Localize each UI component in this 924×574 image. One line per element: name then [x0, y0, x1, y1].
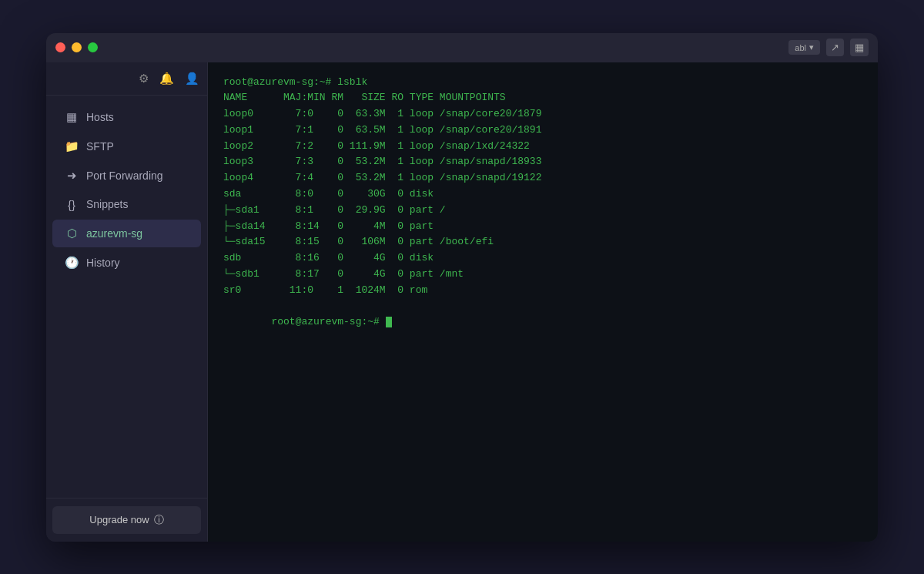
- sftp-icon: 📁: [65, 139, 79, 153]
- sidebar-item-port-forwarding[interactable]: ➜ Port Forwarding: [52, 162, 201, 190]
- gear-icon: ⚙: [139, 72, 149, 85]
- chevron-down-icon: ▾: [809, 42, 814, 52]
- upgrade-label: Upgrade now: [89, 514, 149, 525]
- main-content: ⚙ 🔔 👤 ▦ Hosts 📁 SFTP: [46, 62, 878, 542]
- person-icon: 👤: [185, 72, 199, 85]
- terminal-output-line: loop2 7:2 0 111.9M 1 loop /snap/lxd/2432…: [223, 139, 862, 155]
- sidebar-bottom: Upgrade now ⓘ: [46, 498, 207, 542]
- sidebar-top: ⚙ 🔔 👤: [46, 62, 207, 96]
- terminal-command: root@azurevm-sg:~# lsblk: [223, 75, 862, 91]
- terminal-output-line: loop1 7:1 0 63.5M 1 loop /snap/core20/18…: [223, 123, 862, 139]
- active-session-icon: ⬡: [65, 227, 79, 240]
- sidebar-item-port-forwarding-label: Port Forwarding: [86, 170, 163, 182]
- close-button[interactable]: [55, 42, 65, 52]
- session-label-button[interactable]: abl ▾: [788, 40, 820, 55]
- port-forwarding-icon: ➜: [65, 169, 79, 183]
- sidebar-item-azurevm-sg-label: azurevm-sg: [86, 227, 142, 240]
- terminal-output-line: sda 8:0 0 30G 0 disk: [223, 186, 862, 203]
- sidebar-item-snippets-label: Snippets: [86, 198, 128, 210]
- sidebar-item-hosts-label: Hosts: [86, 111, 114, 123]
- minimize-button[interactable]: [72, 42, 82, 52]
- cursor: [386, 317, 392, 327]
- terminal-output-line: loop4 7:4 0 53.2M 1 loop /snap/snapd/191…: [223, 170, 862, 186]
- prompt-text: root@azurevm-sg:~#: [271, 316, 385, 327]
- share-button[interactable]: ↗: [826, 39, 844, 56]
- terminal-output-line: └─sdb1 8:17 0 4G 0 part /mnt: [223, 267, 862, 283]
- upgrade-button[interactable]: Upgrade now ⓘ: [52, 506, 201, 534]
- settings-icon-button[interactable]: ⚙: [137, 70, 150, 87]
- titlebar: abl ▾ ↗ ▦: [46, 33, 878, 62]
- titlebar-actions: abl ▾ ↗ ▦: [788, 39, 869, 56]
- upgrade-icon: ⓘ: [154, 513, 164, 527]
- sidebar-item-sftp-label: SFTP: [86, 140, 114, 153]
- sidebar-toolbar: ⚙ 🔔 👤: [137, 70, 201, 87]
- snippets-icon: {}: [65, 198, 79, 211]
- session-label-text: abl: [795, 43, 806, 52]
- sidebar-item-snippets[interactable]: {} Snippets: [52, 191, 201, 218]
- terminal-output-line: NAME MAJ:MIN RM SIZE RO TYPE MOUNTPOINTS: [223, 90, 862, 106]
- terminal-output-line: sr0 11:0 1 1024M 0 rom: [223, 283, 862, 299]
- sidebar-item-history[interactable]: 🕐 History: [52, 249, 201, 277]
- maximize-button[interactable]: [88, 42, 98, 52]
- terminal-output: NAME MAJ:MIN RM SIZE RO TYPE MOUNTPOINTS…: [223, 90, 862, 298]
- sidebar-item-sftp[interactable]: 📁 SFTP: [52, 133, 201, 160]
- traffic-lights: [55, 42, 98, 52]
- notification-button[interactable]: 🔔: [158, 70, 176, 87]
- main-window: abl ▾ ↗ ▦ ⚙ 🔔: [46, 33, 878, 542]
- terminal-output-line: ├─sda1 8:1 0 29.9G 0 part /: [223, 203, 862, 219]
- terminal-output-line: ├─sda14 8:14 0 4M 0 part: [223, 219, 862, 235]
- history-icon: 🕐: [65, 256, 79, 270]
- terminal-output-line: loop3 7:3 0 53.2M 1 loop /snap/snapd/189…: [223, 154, 862, 170]
- layout-icon: ▦: [855, 42, 864, 53]
- sidebar-navigation: ▦ Hosts 📁 SFTP ➜ Port Forwarding {} Snip…: [46, 96, 207, 498]
- terminal-output-line: └─sda15 8:15 0 106M 0 part /boot/efi: [223, 234, 862, 250]
- hosts-icon: ▦: [65, 110, 79, 124]
- terminal-area[interactable]: root@azurevm-sg:~# lsblk NAME MAJ:MIN RM…: [208, 62, 878, 542]
- share-icon: ↗: [831, 42, 839, 53]
- sidebar-item-azurevm-sg[interactable]: ⬡ azurevm-sg: [52, 220, 201, 247]
- terminal-prompt-after: root@azurevm-sg:~#: [223, 299, 862, 347]
- bell-icon: 🔔: [159, 72, 174, 85]
- layout-button[interactable]: ▦: [850, 39, 869, 56]
- profile-button[interactable]: 👤: [183, 70, 201, 87]
- terminal-output-line: sdb 8:16 0 4G 0 disk: [223, 250, 862, 267]
- terminal-output-line: loop0 7:0 0 63.3M 1 loop /snap/core20/18…: [223, 106, 862, 123]
- sidebar: ⚙ 🔔 👤 ▦ Hosts 📁 SFTP: [46, 62, 208, 542]
- sidebar-item-hosts[interactable]: ▦ Hosts: [52, 103, 201, 131]
- sidebar-item-history-label: History: [86, 257, 120, 269]
